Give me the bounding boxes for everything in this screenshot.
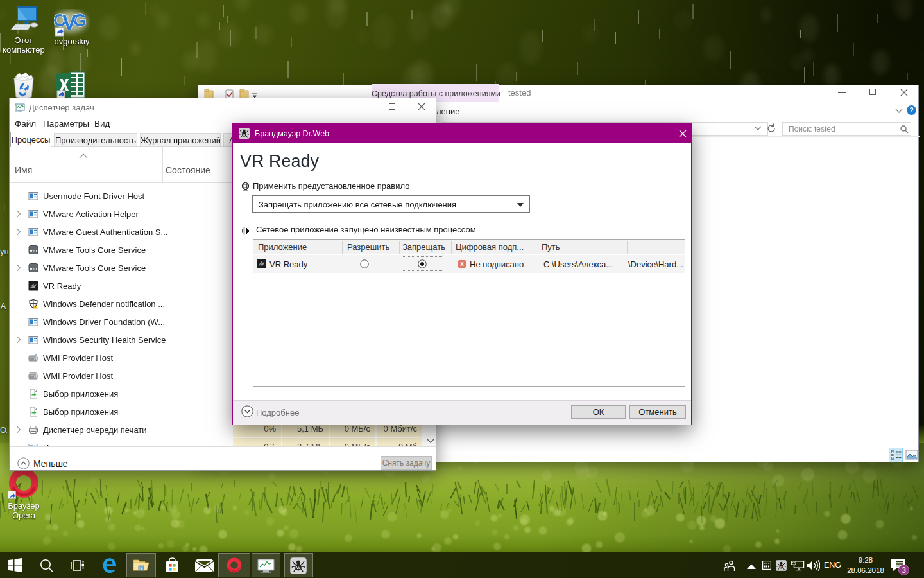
svg-text:w: w (296, 565, 300, 570)
svg-text:V: V (62, 10, 76, 34)
svg-text:w: w (780, 565, 783, 568)
svg-text:w: w (243, 132, 246, 136)
